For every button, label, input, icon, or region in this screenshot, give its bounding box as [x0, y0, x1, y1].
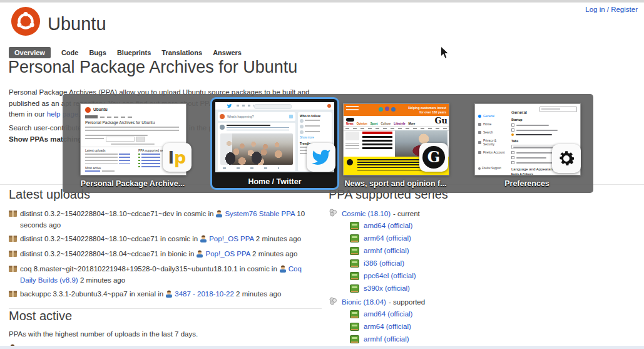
sidebar-item-privacy: Privacy & Security — [478, 138, 507, 146]
upload-text: distinst 0.3.2~1540228804~18.04~cdcae71 … — [20, 249, 297, 260]
ppa-link[interactable]: 3487 - 2018-10-22 — [175, 290, 234, 298]
home-icon — [478, 123, 481, 126]
package-icon — [9, 234, 20, 244]
ad-text: Helping customers investfor over 160 yea… — [408, 106, 446, 114]
footer-strip — [0, 346, 644, 349]
twitter-app-icon — [307, 143, 335, 172]
tweet-text-skeleton — [227, 127, 289, 132]
ppa-link[interactable]: Pop!_OS PPA — [209, 235, 253, 242]
page-title: Personal Package Archives for Ubuntu — [8, 58, 297, 77]
avatar — [220, 114, 225, 119]
arch-link[interactable]: s390x (official) — [364, 284, 410, 293]
person-icon — [279, 265, 287, 275]
arch-row: amd64 (official) — [350, 310, 641, 318]
person-icon — [165, 290, 173, 300]
tab-overview[interactable]: Overview — [9, 47, 51, 58]
mouse-cursor — [440, 46, 451, 60]
ppa-link[interactable]: System76 Stable PPA — [225, 210, 295, 217]
settings-gear-app-icon — [552, 144, 581, 173]
upload-text: distinst 0.3.2~1540228804~18.10~cdcae71~… — [20, 209, 308, 230]
nav-sport: Sport — [371, 122, 378, 125]
architecture-icon — [350, 247, 359, 255]
series-link[interactable]: Cosmic (18.10) — [342, 210, 391, 217]
upload-text: distinst 0.3.2~1540228804~18.10~cdcae71 … — [20, 234, 301, 245]
tabs-heading: Tabs — [511, 139, 576, 143]
mini-search-input — [254, 104, 292, 109]
arch-row: i386 (official) — [350, 259, 641, 268]
upload-row: distinst 0.3.2~1540228804~18.10~cdcae71 … — [9, 234, 308, 245]
window-title-preferences: Preferences — [474, 179, 580, 188]
ppa-link[interactable]: Pop!_OS PPA — [205, 250, 250, 258]
who-to-follow-heading: Who to follow — [300, 114, 330, 118]
headline-skeleton — [362, 136, 392, 150]
nav-more: More — [409, 122, 416, 125]
sidebar-item-account: Firefox Account — [478, 150, 507, 154]
upload-time: 2 minutes ago — [256, 235, 301, 242]
support-badge — [346, 118, 354, 122]
login-register-link[interactable]: Log in / Register — [585, 6, 638, 13]
arch-link[interactable]: armhf (official) — [364, 335, 409, 343]
tab-blueprints[interactable]: Blueprints — [117, 49, 151, 56]
milestone-icon — [329, 297, 337, 306]
latest-uploads-section: Latest uploads distinst 0.3.2~1540228804… — [9, 187, 308, 349]
guardian-app-icon: G — [419, 143, 448, 172]
tab-code[interactable]: Code — [61, 49, 79, 56]
mini-search-input — [106, 137, 135, 142]
arch-link[interactable]: ppc64el (official) — [364, 272, 416, 280]
tab-bugs[interactable]: Bugs — [89, 49, 106, 56]
startup-heading: Startup — [511, 118, 576, 122]
ubuntu-logo-icon — [85, 107, 91, 113]
series-link[interactable]: Bionic (18.04) — [342, 298, 386, 306]
tab-translations[interactable]: Translations — [161, 49, 202, 56]
sync-icon — [478, 151, 481, 154]
lp-letter-l: l — [168, 148, 174, 167]
series-row: Cosmic (18.10) - current — [329, 209, 641, 218]
window-title-guardian: News, sport and opinion f... — [333, 179, 458, 188]
mini-search-button — [136, 137, 145, 142]
most-active-description: PPAs with the highest number of uploads … — [9, 330, 308, 338]
arch-link[interactable]: amd64 (official) — [364, 222, 412, 230]
mini-masthead: News Opinion Sport Culture Lifestyle Mor… — [344, 116, 449, 126]
ad-figure — [391, 107, 396, 112]
arch-link[interactable]: amd64 (official) — [364, 310, 412, 318]
checkbox-row — [511, 123, 576, 127]
checkbox-row — [511, 128, 576, 132]
series-status: - current — [393, 210, 420, 217]
brand-title: Ubuntu — [48, 14, 106, 34]
firefox-support-link: Firefox Support — [478, 167, 501, 170]
nav-lifestyle: Lifestyle — [394, 122, 405, 125]
architecture-icon — [350, 272, 359, 280]
upload-row: backuppc 3.3.1-2ubuntu3.4~ppa7 in xenial… — [9, 289, 308, 300]
arch-link[interactable]: armhf (official) — [364, 247, 409, 255]
arch-link[interactable]: i386 (official) — [364, 259, 404, 268]
upload-row: coq 8.master~git~201810221948+19528-0~da… — [9, 264, 308, 285]
package-icon — [9, 289, 20, 300]
sidebar-item-home: Home — [478, 122, 507, 126]
package-icon — [9, 264, 20, 274]
arch-row: arm64 (official) — [350, 323, 641, 331]
upload-row: distinst 0.3.2~1540228804~18.10~cdcae71~… — [9, 209, 308, 230]
most-active-heading: Most active — [9, 309, 308, 323]
ubuntu-logo-icon[interactable] — [11, 6, 41, 36]
lp-letter-p: p — [174, 148, 186, 167]
arch-link[interactable]: arm64 (official) — [364, 234, 411, 242]
upload-time: 2 minutes ago — [252, 250, 297, 258]
show-more-link: Show more — [300, 136, 330, 139]
milestone-icon — [329, 209, 337, 218]
ppa-supported-series-section: PPA supported series Cosmic (18.10) - cu… — [329, 187, 641, 348]
architecture-icon — [350, 310, 359, 318]
mini-list-skeleton — [138, 154, 160, 167]
follow-suggestion — [300, 119, 330, 123]
mini-ad-banner: Helping customers investfor over 160 yea… — [344, 104, 449, 116]
intro-line-3-text: them in our — [9, 110, 47, 118]
architecture-icon — [350, 284, 359, 293]
sidebar-item-general: General — [478, 114, 507, 118]
upload-row: distinst 0.3.2~1540228804~18.04~cdcae71 … — [9, 249, 308, 260]
architecture-icon — [350, 335, 359, 343]
text-skeleton — [85, 127, 179, 133]
twitter-bird-icon — [227, 103, 232, 108]
mini-list-skeleton — [85, 170, 115, 173]
tab-answers[interactable]: Answers — [213, 49, 242, 56]
arch-link[interactable]: arm64 (official) — [364, 323, 411, 331]
window-title-launchpad: Personal Package Archive... — [73, 179, 192, 188]
